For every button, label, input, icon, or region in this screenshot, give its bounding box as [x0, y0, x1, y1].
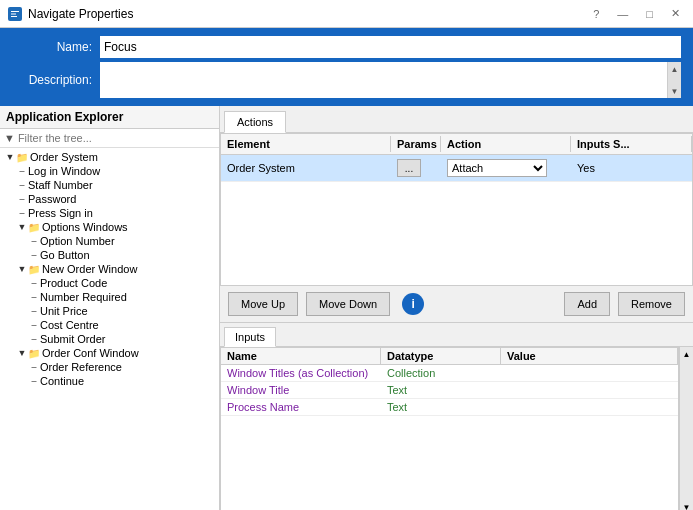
actions-tab-bar: Actions: [220, 106, 693, 133]
col-inputs: Inputs S...: [571, 136, 692, 152]
name-row: Name:: [12, 36, 681, 58]
scroll-up-btn[interactable]: ▲: [680, 347, 693, 361]
tree-item-order-reference[interactable]: – Order Reference: [0, 360, 219, 374]
action-select[interactable]: Attach: [447, 159, 547, 177]
folder-icon: 📁: [16, 152, 28, 163]
table-row[interactable]: Order System ... Attach Yes: [221, 155, 692, 182]
tree-item-order-conf-window[interactable]: ▼ 📁 Order Conf Window: [0, 346, 219, 360]
add-button[interactable]: Add: [564, 292, 610, 316]
inputs-td-name: Window Titles (as Collection): [221, 365, 381, 381]
td-params: ...: [391, 158, 441, 178]
td-action: Attach: [441, 158, 571, 178]
description-input[interactable]: [100, 62, 681, 98]
header-area: Name: Description: ▲ ▼: [0, 28, 693, 106]
remove-button[interactable]: Remove: [618, 292, 685, 316]
tree-item-login-window[interactable]: – Log in Window: [0, 164, 219, 178]
tree-label: Go Button: [40, 249, 90, 261]
tree-item-staff-number[interactable]: – Staff Number: [0, 178, 219, 192]
close-button[interactable]: ✕: [666, 5, 685, 22]
tree-label: New Order Window: [42, 263, 137, 275]
tree-label: Order Conf Window: [42, 347, 139, 359]
tree-item-option-number[interactable]: – Option Number: [0, 234, 219, 248]
leaf-icon: –: [28, 319, 40, 331]
title-bar-left: Navigate Properties: [8, 7, 133, 21]
scroll-track: [680, 361, 693, 500]
tree-item-options-windows[interactable]: ▼ 📁 Options Windows: [0, 220, 219, 234]
tree-label: Options Windows: [42, 221, 128, 233]
tree-label: Press Sign in: [28, 207, 93, 219]
tree-item-submit-order[interactable]: – Submit Order: [0, 332, 219, 346]
tree-label: Order System: [30, 151, 98, 163]
inputs-td-value: [501, 388, 678, 392]
inputs-td-value: [501, 405, 678, 409]
filter-input[interactable]: [18, 132, 215, 144]
info-icon[interactable]: i: [402, 293, 424, 315]
tree-label: Number Required: [40, 291, 127, 303]
leaf-icon: –: [16, 193, 28, 205]
tree-item-go-button[interactable]: – Go Button: [0, 248, 219, 262]
tree-label: Product Code: [40, 277, 107, 289]
params-button[interactable]: ...: [397, 159, 421, 177]
leaf-icon: –: [28, 277, 40, 289]
name-input[interactable]: [100, 36, 681, 58]
inputs-scrollbar[interactable]: ▲ ▼: [679, 347, 693, 510]
actions-table-header: Element Params Action Inputs S...: [221, 134, 692, 155]
tree-label: Order Reference: [40, 361, 122, 373]
leaf-icon: –: [28, 361, 40, 373]
inputs-td-name: Process Name: [221, 399, 381, 415]
actions-tab[interactable]: Actions: [224, 111, 286, 133]
tree-item-cost-centre[interactable]: – Cost Centre: [0, 318, 219, 332]
scroll-up-btn[interactable]: ▲: [668, 62, 681, 76]
actions-btn-row: Move Up Move Down i Add Remove: [220, 286, 693, 323]
inputs-td-name: Window Title: [221, 382, 381, 398]
filter-row: ▼: [0, 129, 219, 148]
tree-item-password[interactable]: – Password: [0, 192, 219, 206]
tree-label: Staff Number: [28, 179, 93, 191]
inputs-td-dtype: Text: [381, 382, 501, 398]
scroll-track: [668, 76, 681, 84]
scroll-down-btn[interactable]: ▼: [668, 84, 681, 98]
inputs-col-datatype: Datatype: [381, 348, 501, 364]
inputs-td-dtype: Text: [381, 399, 501, 415]
inputs-tab[interactable]: Inputs: [224, 327, 276, 347]
title-bar-controls: ? — □ ✕: [588, 5, 685, 22]
description-wrap: ▲ ▼: [100, 62, 681, 98]
tree-label: Unit Price: [40, 305, 88, 317]
app-icon: [8, 7, 22, 21]
left-panel: Application Explorer ▼ ▼ 📁 Order System …: [0, 106, 220, 510]
scroll-down-btn[interactable]: ▼: [680, 500, 693, 510]
minimize-button[interactable]: —: [612, 6, 633, 22]
right-panel: Actions Element Params Action Inputs S..…: [220, 106, 693, 510]
inputs-panel: Inputs Name Datatype Value Window Titles…: [220, 323, 693, 510]
inputs-row[interactable]: Window Titles (as Collection) Collection: [221, 365, 678, 382]
tree-item-press-sign-in[interactable]: – Press Sign in: [0, 206, 219, 220]
explorer-header: Application Explorer: [0, 106, 219, 129]
tree-item-product-code[interactable]: – Product Code: [0, 276, 219, 290]
tree-label: Option Number: [40, 235, 115, 247]
move-down-button[interactable]: Move Down: [306, 292, 390, 316]
tree-item-new-order-window[interactable]: ▼ 📁 New Order Window: [0, 262, 219, 276]
inputs-td-dtype: Collection: [381, 365, 501, 381]
leaf-icon: –: [28, 305, 40, 317]
actions-panel: Element Params Action Inputs S... Order …: [220, 133, 693, 286]
tree-label: Continue: [40, 375, 84, 387]
inputs-td-value: [501, 371, 678, 375]
inputs-row[interactable]: Window Title Text: [221, 382, 678, 399]
move-up-button[interactable]: Move Up: [228, 292, 298, 316]
help-button[interactable]: ?: [588, 6, 604, 22]
col-element: Element: [221, 136, 391, 152]
leaf-icon: –: [28, 249, 40, 261]
inputs-row[interactable]: Process Name Text: [221, 399, 678, 416]
maximize-button[interactable]: □: [641, 6, 658, 22]
description-label: Description:: [12, 73, 92, 87]
tree-item-unit-price[interactable]: – Unit Price: [0, 304, 219, 318]
tree-label: Log in Window: [28, 165, 100, 177]
tree-item-number-required[interactable]: – Number Required: [0, 290, 219, 304]
inputs-col-value: Value: [501, 348, 678, 364]
tree-label: Submit Order: [40, 333, 105, 345]
tree-item-order-system[interactable]: ▼ 📁 Order System: [0, 150, 219, 164]
tree-item-continue[interactable]: – Continue: [0, 374, 219, 388]
description-scrollbar[interactable]: ▲ ▼: [667, 62, 681, 98]
leaf-icon: –: [16, 165, 28, 177]
inputs-tab-bar: Inputs: [220, 323, 693, 347]
